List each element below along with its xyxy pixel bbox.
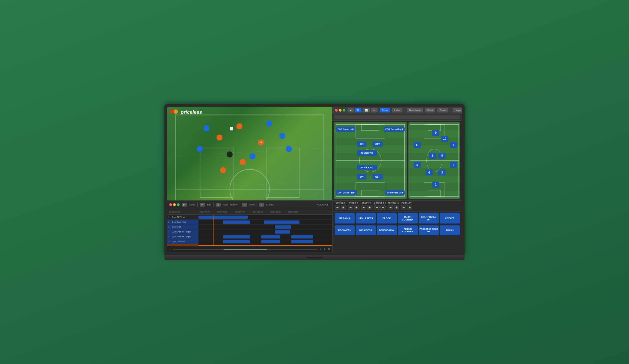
track-num-4: 4 — [168, 231, 171, 233]
ruler-t6: 00:04:53.90 — [288, 211, 298, 213]
tool-edit[interactable]: ✂ — [200, 203, 205, 207]
clip-5-1[interactable] — [223, 235, 250, 238]
sp-penalty-plus[interactable]: + — [407, 205, 412, 210]
btn-regains[interactable]: REGAINS — [335, 213, 355, 223]
track-num-3: 3 — [168, 226, 171, 228]
btn-progress-build-up[interactable]: PROGRESS BUILD UP — [419, 225, 439, 235]
sp-direct-fk-minus[interactable]: − — [374, 205, 380, 210]
sp-wide-fk-label: WIDE FK — [349, 202, 358, 204]
tl-green[interactable] — [177, 203, 180, 206]
clip-5-2[interactable] — [261, 235, 280, 238]
sp-corner-minus[interactable]: − — [335, 205, 340, 210]
clip-6-2[interactable] — [261, 240, 280, 243]
btn-retain-counter[interactable]: RETAIN COUNTER — [398, 225, 418, 235]
btn-off-bottom[interactable]: OFF — [372, 174, 383, 180]
btn-opp-cross-right[interactable]: OPP Cross Right — [336, 190, 357, 195]
sp-throw-in-minus[interactable]: − — [388, 205, 393, 210]
sp-penalty-minus[interactable]: − — [401, 205, 406, 210]
btn-quick-counter[interactable]: QUICK COUNTER — [398, 213, 418, 223]
btn-finish[interactable]: FINISH — [440, 225, 460, 235]
player-btn-1[interactable]: 1 — [432, 182, 439, 188]
btn-code[interactable]: Code — [380, 108, 390, 112]
mode-btn-chart[interactable]: 📊 — [363, 108, 370, 112]
btn-mid-press[interactable]: MID PRESS — [356, 225, 376, 235]
sp-corner-plus[interactable]: + — [341, 205, 346, 210]
tool-video[interactable]: ▶ — [182, 203, 187, 207]
clip-4-1[interactable] — [275, 230, 290, 234]
laptop-base — [164, 255, 465, 260]
tl-yellow[interactable] — [173, 203, 176, 206]
mode-btn-pencil[interactable]: ✏ — [371, 108, 378, 112]
search-bar[interactable] — [334, 115, 460, 119]
player-btn-5[interactable]: 5 — [414, 162, 421, 168]
btn-high-press[interactable]: HIGH PRESS — [356, 213, 376, 223]
player-btn-2[interactable]: 2 — [450, 162, 457, 168]
btn-for-cross-left[interactable]: FOR Cross Left — [336, 127, 355, 132]
mode-btn-video[interactable]: ▶ — [348, 108, 354, 112]
sp-throw-in: THROW IN − + — [388, 202, 399, 210]
timeline-scrollbar[interactable] — [173, 249, 318, 250]
player-btn-3[interactable]: 3 — [438, 169, 446, 175]
player-btn-6[interactable]: 6 — [429, 153, 436, 159]
btn-clear[interactable]: Clear — [425, 108, 435, 112]
traffic-light-red[interactable] — [335, 109, 338, 112]
ruler-t3: 00:04:50.90 — [235, 211, 245, 213]
btn-create[interactable]: CREATE — [440, 213, 460, 223]
sp-throw-in-ctrl: − + — [388, 205, 399, 210]
traffic-light-yellow[interactable] — [339, 109, 342, 112]
btn-blocked-top[interactable]: BLOCKED — [357, 150, 377, 156]
clip-7-orange[interactable] — [198, 245, 332, 246]
player-btn-11[interactable]: 11 — [414, 142, 421, 148]
player-btn-7[interactable]: 7 — [450, 142, 457, 148]
btn-block[interactable]: BLOCK — [377, 213, 397, 223]
btn-on-top[interactable]: ON — [357, 141, 366, 147]
tool-note[interactable]: ♪ — [242, 203, 247, 207]
btn-label[interactable]: Label — [392, 108, 402, 112]
timeline-options[interactable]: ⚙ — [328, 248, 330, 250]
btn-blocked-bottom[interactable]: BLOCKED — [357, 165, 377, 170]
sp-wide-fk-minus[interactable]: − — [348, 205, 353, 210]
sp-direct-fk-plus[interactable]: + — [380, 205, 386, 210]
traffic-light-green[interactable] — [343, 109, 345, 112]
clip-2-2[interactable] — [264, 220, 299, 224]
clip-1-1[interactable] — [198, 216, 248, 219]
timeline-zoom-in[interactable]: + — [320, 248, 321, 251]
track-row-1: 1 Opp GK Touch — [167, 215, 198, 220]
mode-btn-code[interactable]: ⊞ — [355, 108, 361, 112]
clip-5-3[interactable] — [291, 235, 313, 238]
btn-opp-cross-left[interactable]: OPP Cross Left — [385, 190, 405, 195]
btn-recovery[interactable]: RECOVERY — [335, 225, 355, 235]
timeline-zoom-out[interactable]: − — [169, 248, 171, 251]
sp-deep-fk-plus[interactable]: + — [367, 205, 372, 210]
btn-inspector[interactable]: Inspector — [453, 108, 462, 112]
bottom-section: ▶ Video ✂ Edit ⊞ New Timeline ♪ Note — [167, 200, 462, 252]
sp-penalty-ctrl: − + — [401, 205, 412, 210]
player-btn-4[interactable]: 4 — [426, 169, 433, 175]
btn-on-bottom[interactable]: ON — [357, 174, 366, 180]
btn-defend-box[interactable]: DEFEND BOX — [377, 225, 397, 235]
tl-red[interactable] — [169, 203, 172, 206]
sp-deep-fk-minus[interactable]: − — [361, 205, 366, 210]
tool-new-timeline[interactable]: ⊞ — [216, 203, 221, 207]
btn-off-top[interactable]: OFF — [372, 141, 383, 147]
player-btn-9[interactable]: 9 — [432, 130, 439, 136]
clip-2-1[interactable] — [223, 220, 250, 224]
clip-6-3[interactable] — [291, 240, 313, 243]
btn-deactivate[interactable]: Deactivate — [407, 108, 423, 112]
timeline-add[interactable]: ⊕ — [324, 248, 326, 250]
clip-3-1[interactable] — [275, 225, 291, 229]
ruler-t4: 00:04:51.90 — [253, 211, 263, 213]
clip-row-6 — [198, 239, 332, 244]
code-panel: ▶ ⊞ 📊 ✏ Code Label Deactivate Clear Rese… — [332, 107, 462, 200]
clip-6-1[interactable] — [223, 240, 250, 243]
video-placeholder: priceless 27 — [167, 107, 332, 200]
track-header: 00:00:00.00 — [167, 209, 198, 215]
player-btn-10[interactable]: 10 — [441, 136, 448, 142]
player-btn-8[interactable]: 8 — [438, 153, 446, 159]
btn-start-build-up[interactable]: START BUILD UP — [419, 213, 439, 223]
sp-throw-in-plus[interactable]: + — [394, 205, 399, 210]
btn-reset[interactable]: Reset — [437, 108, 448, 112]
tool-labels[interactable]: ⊟ — [259, 203, 264, 207]
btn-for-cross-right[interactable]: FOR Cross Right — [384, 127, 405, 132]
sp-wide-fk-plus[interactable]: + — [354, 205, 359, 210]
